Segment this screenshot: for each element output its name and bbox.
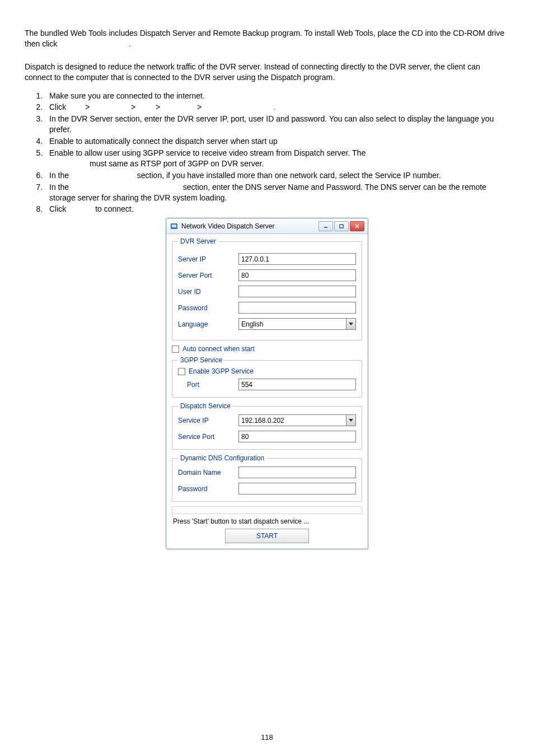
step-2-tail: .: [273, 102, 275, 111]
step-8-pre: Click: [49, 204, 66, 213]
step-2-pre: Click: [49, 102, 66, 111]
gpp-port-label: Port: [178, 381, 238, 389]
start-button-label: START: [256, 532, 278, 540]
dns-legend: Dynamic DNS Configuration: [178, 454, 266, 462]
service-port-label: Service Port: [178, 433, 238, 441]
step-5-sub-b: must same as RTSP port of 3GPP on DVR se…: [90, 158, 509, 169]
step-7-post: section, enter the DNS server Name and P…: [49, 183, 486, 202]
language-label: Language: [178, 320, 238, 328]
page-number: 118: [0, 733, 534, 741]
step-3: In the DVR Server section, enter the DVR…: [45, 114, 509, 135]
titlebar[interactable]: Network Video Dispatch Server: [166, 218, 368, 234]
window-title: Network Video Dispatch Server: [181, 222, 318, 230]
maximize-button[interactable]: [334, 221, 349, 231]
gpp-legend: 3GPP Service: [178, 356, 224, 364]
step-2: Click > > > > .: [45, 102, 509, 113]
server-ip-label: Server IP: [178, 255, 238, 263]
user-id-input[interactable]: [238, 286, 356, 297]
dropdown-arrow-icon[interactable]: [346, 319, 355, 329]
dropdown-arrow-icon[interactable]: [346, 415, 355, 426]
svg-marker-6: [349, 323, 353, 325]
server-port-input[interactable]: [238, 269, 356, 281]
svg-rect-3: [340, 225, 343, 228]
gpp-port-input[interactable]: [238, 379, 356, 390]
step-3-text: In the DVR Server section, enter the DVR…: [49, 114, 494, 134]
dispatch-service-group: Dispatch Service Service IP Service Port: [172, 402, 362, 450]
status-text: Press 'Start' button to start dispatch s…: [173, 517, 361, 525]
gpp-service-group: 3GPP Service Enable 3GPP Service Port: [172, 356, 362, 398]
crumb-sep: >: [85, 102, 90, 111]
app-icon: [170, 222, 179, 231]
intro-paragraph: The bundled Web Tools includes Dispatch …: [25, 28, 509, 49]
dispatch-dialog: Network Video Dispatch Server DVR Server…: [166, 218, 368, 549]
language-select[interactable]: [238, 318, 356, 330]
dvr-password-input[interactable]: [238, 302, 356, 314]
server-ip-input[interactable]: [238, 253, 356, 265]
enable-3gpp-checkbox[interactable]: [178, 368, 185, 375]
step-7: In the section, enter the DNS server Nam…: [45, 182, 509, 203]
service-ip-select[interactable]: [238, 414, 356, 426]
close-button[interactable]: [350, 221, 364, 231]
crumb-sep: >: [131, 102, 135, 111]
status-bar: [172, 506, 362, 514]
dispatch-intro: Dispatch is designed to reduce the netwo…: [25, 62, 509, 83]
dvr-password-label: Password: [178, 304, 238, 312]
service-ip-label: Service IP: [178, 417, 238, 424]
enable-3gpp-label: Enable 3GPP Service: [189, 367, 254, 375]
dns-config-group: Dynamic DNS Configuration Domain Name Pa…: [172, 454, 362, 502]
step-4: Enable to automatically connect the disp…: [45, 136, 509, 147]
user-id-label: User ID: [178, 288, 238, 296]
dispatch-legend: Dispatch Service: [178, 402, 233, 410]
domain-name-input[interactable]: [238, 466, 356, 478]
minimize-button[interactable]: [318, 221, 333, 231]
dvr-server-legend: DVR Server: [178, 237, 218, 245]
step-6-post: section, if you have installed more than…: [137, 171, 441, 180]
start-button[interactable]: START: [225, 529, 309, 543]
svg-rect-1: [172, 225, 176, 227]
crumb-sep: >: [197, 102, 202, 111]
domain-name-label: Domain Name: [178, 469, 238, 477]
step-5: Enable to allow user using 3GPP service …: [45, 148, 509, 169]
intro-text: The bundled Web Tools includes Dispatch …: [25, 29, 504, 48]
intro-tail: .: [129, 39, 131, 48]
server-port-label: Server Port: [178, 272, 238, 279]
step-8-post: to connect.: [95, 204, 134, 213]
service-port-input[interactable]: [238, 431, 356, 442]
step-4-sub: Enable to automatically connect the disp…: [49, 136, 509, 147]
dvr-server-group: DVR Server Server IP Server Port User ID…: [172, 237, 362, 340]
step-6-pre: In the: [49, 171, 69, 180]
dns-password-input[interactable]: [238, 483, 356, 494]
svg-marker-7: [349, 419, 353, 422]
dns-password-label: Password: [178, 485, 238, 493]
step-7-pre: In the: [49, 183, 69, 192]
crumb-sep: >: [156, 102, 160, 111]
step-8: Click to connect.: [45, 204, 509, 214]
auto-connect-checkbox[interactable]: [172, 346, 179, 353]
step-5-sub-a: Enable to allow user using 3GPP service …: [49, 148, 509, 158]
step-1-text: Make sure you are connected to the inter…: [49, 91, 205, 100]
steps-list: Make sure you are connected to the inter…: [25, 91, 509, 215]
step-1: Make sure you are connected to the inter…: [45, 91, 509, 101]
step-6: In the section, if you have installed mo…: [45, 170, 509, 181]
auto-connect-label: Auto connect when start: [182, 345, 255, 353]
